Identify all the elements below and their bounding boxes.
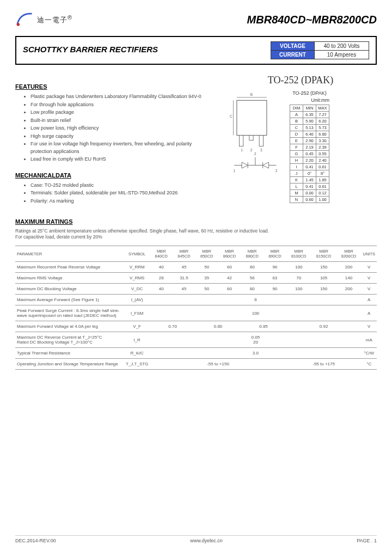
ratings-header: MBR 845CD: [173, 246, 195, 262]
dim-header: MIN: [303, 105, 316, 112]
svg-text:1: 1: [234, 169, 236, 173]
dim-row: L0.410.61: [290, 183, 329, 190]
svg-marker-13: [242, 162, 248, 168]
part-number: MBR840CD~MBR8200CD: [247, 14, 377, 26]
ratings-header: PARAMETER: [15, 246, 124, 262]
footer-page: PAGE . 1: [357, 538, 377, 543]
dim-row: N0.601.00: [290, 197, 329, 203]
svg-rect-7: [249, 136, 253, 140]
company-name: 迪一電子®: [37, 14, 72, 25]
dim-row: G0.450.55: [290, 151, 329, 157]
feature-item: Low power loss, High efficiency: [30, 125, 213, 132]
ratings-row: Maximum Forward Voltage at 4.0A per legV…: [15, 321, 377, 332]
voltage-value: 40 to 200 Volts: [315, 42, 369, 51]
footer-url: www.dyelec.cn: [190, 538, 223, 543]
title-box: SCHOTTKY BARRIER RECTIFIERS VOLTAGE 40 t…: [15, 36, 377, 65]
voltage-current-spec: VOLTAGE 40 to 200 Volts CURRENT 10 Amper…: [271, 41, 369, 59]
feature-item: High surge capacity: [30, 133, 213, 140]
feature-item: Low profile package: [30, 109, 213, 117]
dim-row: H2.202.40: [290, 157, 329, 164]
ratings-table: PARAMETERSYMBOLMBR 840CDMBR 845CDMBR 850…: [15, 246, 377, 370]
ratings-header: MBR 840CD: [150, 246, 173, 262]
dim-header: DIM: [290, 105, 303, 112]
max-ratings-note: Ratings at 25°C ambient temperature unle…: [15, 228, 377, 240]
current-label: CURRENT: [271, 51, 315, 59]
ratings-row: Operating Junction and Storage Temperatu…: [15, 359, 377, 370]
dim-row: F2.192.39: [290, 144, 329, 151]
dimension-table: DIMMINMAXA6.357.27B5.906.20C5.135.73D6.4…: [290, 105, 329, 203]
mechanical-list: Case: TO-252 molded plasticTerminals: So…: [15, 182, 213, 205]
package-subtitle: TO-252 (DPAK): [290, 90, 329, 96]
dim-row: D6.406.80: [290, 131, 329, 138]
ratings-row: Maximum Average Forward (See Figure 1)I_…: [15, 295, 377, 305]
features-heading: FEATURES: [15, 83, 213, 90]
svg-point-0: [17, 23, 20, 26]
ratings-row: Peak Forward Surge Current : 8.3ms singl…: [15, 305, 377, 321]
page-footer: DEC.2014-REV.00 www.dyelec.cn PAGE . 1: [15, 535, 377, 543]
unit-note: Unit:mm: [290, 97, 329, 103]
mechanical-item: Polarity: As marking: [30, 198, 213, 205]
svg-rect-1: [237, 100, 267, 135]
ratings-header: MBR 8150CD: [311, 246, 336, 262]
current-value: 10 Amperes: [315, 51, 369, 59]
svg-marker-18: [263, 162, 269, 168]
max-ratings-heading: MAXIMUM RATINGS: [15, 218, 377, 225]
logo-swoosh-icon: [15, 10, 35, 29]
ratings-header: MBR 850CD: [195, 246, 218, 262]
svg-text:1: 1: [241, 148, 243, 152]
feature-item: For through hole applications: [30, 101, 213, 109]
package-title: TO-252 (DPAK): [224, 75, 377, 86]
mechanical-item: Case: TO-252 molded plastic: [30, 182, 213, 189]
svg-text:B: B: [250, 93, 253, 96]
page-header: 迪一電子® MBR840CD~MBR8200CD: [15, 10, 377, 29]
features-list: Plastic package has Underwriters Laborat…: [15, 93, 213, 163]
svg-text:3: 3: [260, 148, 262, 152]
ratings-row: Maximum DC Blocking VoltageV_DC404550608…: [15, 284, 377, 295]
dim-row: C5.135.73: [290, 125, 329, 131]
feature-item: Lead free in comply with EU RoHS: [30, 156, 213, 163]
ratings-header: MBR 860CD: [218, 246, 241, 262]
dim-header: MAX: [316, 105, 329, 112]
dim-row: K1.451.85: [290, 177, 329, 183]
dim-row: J0°8°: [290, 170, 329, 177]
feature-item: Plastic package has Underwriters Laborat…: [30, 93, 213, 101]
ratings-header: UNITS: [361, 246, 377, 262]
dim-row: I0.410.61: [290, 164, 329, 170]
company-logo: 迪一電子®: [15, 10, 72, 29]
document-title: SCHOTTKY BARRIER RECTIFIERS: [23, 41, 158, 54]
dim-row: B5.906.20: [290, 118, 329, 125]
ratings-row: Maximum DC Reverse Current at T_J=25°CRa…: [15, 332, 377, 348]
ratings-header: MBR 880CD: [241, 246, 264, 262]
svg-text:2: 2: [254, 152, 256, 156]
svg-rect-6: [240, 136, 243, 146]
dim-row: A6.357.27: [290, 112, 329, 118]
svg-text:3: 3: [275, 169, 278, 173]
mechanical-heading: MECHANICALDATA: [15, 172, 213, 179]
ratings-row: Maximum RMS VoltageV_RMS2831.53542566370…: [15, 273, 377, 284]
svg-text:2: 2: [250, 148, 253, 152]
feature-item: Built-in strain relief: [30, 117, 213, 125]
voltage-label: VOLTAGE: [271, 42, 315, 51]
svg-text:C: C: [230, 114, 232, 118]
package-outline-icon: B C 1 2 3: [224, 90, 284, 180]
dim-row: M0.000.12: [290, 190, 329, 197]
dim-row: E2.903.30: [290, 138, 329, 144]
footer-revision: DEC.2014-REV.00: [15, 538, 56, 543]
ratings-header: SYMBOL: [124, 246, 150, 262]
ratings-header: MBR 890CD: [264, 246, 286, 262]
feature-item: For use in low voltage high frequency in…: [30, 140, 213, 155]
ratings-header: MBR 8200CD: [336, 246, 362, 262]
ratings-header: MBR 8100CD: [286, 246, 311, 262]
ratings-row: Typical Thermal ResistanceR_θJC3.0°C/W: [15, 348, 377, 359]
svg-rect-8: [259, 136, 263, 146]
mechanical-item: Terminals: Solder plated, solderable per…: [30, 189, 213, 197]
ratings-row: Maximum Recurrent Peak Reverse VoltageV_…: [15, 262, 377, 273]
